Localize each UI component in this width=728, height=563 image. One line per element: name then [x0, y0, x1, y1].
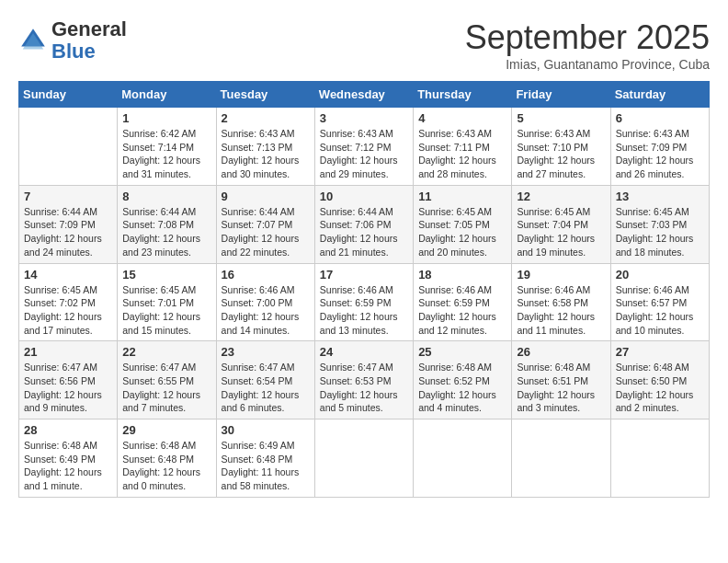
day-number: 7: [24, 190, 112, 203]
day-of-week-header: Thursday: [414, 82, 512, 108]
day-number: 5: [517, 111, 605, 125]
calendar-cell: 1Sunrise: 6:42 AM Sunset: 7:14 PM Daylig…: [118, 108, 216, 186]
calendar-cell: 10Sunrise: 6:44 AM Sunset: 7:06 PM Dayli…: [314, 185, 413, 263]
day-info: Sunrise: 6:47 AM Sunset: 6:56 PM Dayligh…: [24, 361, 112, 415]
day-info: Sunrise: 6:47 AM Sunset: 6:55 PM Dayligh…: [122, 361, 210, 415]
day-info: Sunrise: 6:46 AM Sunset: 6:58 PM Dayligh…: [517, 283, 605, 338]
calendar-cell: 26Sunrise: 6:48 AM Sunset: 6:51 PM Dayli…: [512, 341, 610, 419]
day-info: Sunrise: 6:45 AM Sunset: 7:04 PM Dayligh…: [517, 205, 605, 259]
day-info: Sunrise: 6:46 AM Sunset: 7:00 PM Dayligh…: [222, 283, 310, 338]
day-of-week-header: Wednesday: [314, 82, 413, 108]
calendar-cell: 24Sunrise: 6:47 AM Sunset: 6:53 PM Dayli…: [314, 341, 413, 419]
day-number: 3: [320, 111, 408, 125]
month-title: September 2025: [465, 18, 710, 57]
day-number: 14: [24, 268, 112, 282]
day-number: 25: [418, 345, 506, 359]
day-info: Sunrise: 6:46 AM Sunset: 6:57 PM Dayligh…: [616, 283, 704, 338]
calendar-cell: 30Sunrise: 6:49 AM Sunset: 6:48 PM Dayli…: [216, 419, 314, 498]
day-of-week-header: Monday: [118, 82, 216, 108]
calendar-week-row: 14Sunrise: 6:45 AM Sunset: 7:02 PM Dayli…: [19, 263, 710, 341]
day-number: 29: [122, 423, 210, 437]
day-of-week-header: Tuesday: [216, 82, 314, 108]
calendar-cell: 13Sunrise: 6:45 AM Sunset: 7:03 PM Dayli…: [610, 185, 709, 263]
day-number: 28: [24, 423, 112, 437]
title-block: September 2025 Imias, Guantanamo Provinc…: [465, 18, 710, 72]
calendar-cell: 4Sunrise: 6:43 AM Sunset: 7:11 PM Daylig…: [414, 108, 512, 186]
calendar-cell: [314, 419, 413, 498]
day-number: 17: [320, 268, 408, 282]
day-number: 26: [517, 345, 605, 359]
day-number: 4: [418, 111, 506, 125]
calendar-table: SundayMondayTuesdayWednesdayThursdayFrid…: [18, 81, 710, 498]
day-number: 18: [418, 268, 506, 282]
day-of-week-header: Sunday: [19, 82, 118, 108]
calendar-cell: 25Sunrise: 6:48 AM Sunset: 6:52 PM Dayli…: [414, 341, 512, 419]
logo: General Blue: [18, 18, 127, 63]
day-info: Sunrise: 6:44 AM Sunset: 7:06 PM Dayligh…: [320, 205, 408, 259]
calendar-cell: 12Sunrise: 6:45 AM Sunset: 7:04 PM Dayli…: [512, 185, 610, 263]
calendar-cell: 2Sunrise: 6:43 AM Sunset: 7:13 PM Daylig…: [216, 108, 314, 186]
day-info: Sunrise: 6:43 AM Sunset: 7:09 PM Dayligh…: [616, 127, 704, 181]
calendar-cell: 7Sunrise: 6:44 AM Sunset: 7:09 PM Daylig…: [19, 185, 118, 263]
calendar-cell: 5Sunrise: 6:43 AM Sunset: 7:10 PM Daylig…: [512, 108, 610, 186]
page-header: General Blue September 2025 Imias, Guant…: [18, 18, 710, 72]
day-number: 8: [122, 190, 210, 203]
day-of-week-header: Friday: [512, 82, 610, 108]
day-info: Sunrise: 6:44 AM Sunset: 7:07 PM Dayligh…: [222, 205, 310, 259]
calendar-header-row: SundayMondayTuesdayWednesdayThursdayFrid…: [19, 82, 710, 108]
logo-blue: Blue: [51, 40, 96, 63]
calendar-cell: 16Sunrise: 6:46 AM Sunset: 7:00 PM Dayli…: [216, 263, 314, 341]
day-info: Sunrise: 6:45 AM Sunset: 7:03 PM Dayligh…: [616, 205, 704, 259]
day-number: 30: [222, 423, 310, 437]
day-number: 11: [418, 190, 506, 203]
day-info: Sunrise: 6:48 AM Sunset: 6:51 PM Dayligh…: [517, 361, 605, 415]
calendar-cell: 27Sunrise: 6:48 AM Sunset: 6:50 PM Dayli…: [610, 341, 709, 419]
day-number: 22: [122, 345, 210, 359]
day-info: Sunrise: 6:45 AM Sunset: 7:02 PM Dayligh…: [24, 283, 112, 338]
day-info: Sunrise: 6:43 AM Sunset: 7:11 PM Dayligh…: [418, 127, 506, 181]
calendar-week-row: 1Sunrise: 6:42 AM Sunset: 7:14 PM Daylig…: [19, 108, 710, 186]
day-info: Sunrise: 6:48 AM Sunset: 6:49 PM Dayligh…: [24, 439, 112, 493]
calendar-cell: 29Sunrise: 6:48 AM Sunset: 6:48 PM Dayli…: [118, 419, 216, 498]
day-info: Sunrise: 6:48 AM Sunset: 6:48 PM Dayligh…: [122, 439, 210, 493]
calendar-cell: 8Sunrise: 6:44 AM Sunset: 7:08 PM Daylig…: [118, 185, 216, 263]
day-info: Sunrise: 6:44 AM Sunset: 7:08 PM Dayligh…: [122, 205, 210, 259]
day-number: 1: [122, 111, 210, 125]
day-info: Sunrise: 6:49 AM Sunset: 6:48 PM Dayligh…: [222, 439, 310, 493]
day-info: Sunrise: 6:44 AM Sunset: 7:09 PM Dayligh…: [24, 205, 112, 259]
calendar-cell: 18Sunrise: 6:46 AM Sunset: 6:59 PM Dayli…: [414, 263, 512, 341]
day-info: Sunrise: 6:47 AM Sunset: 6:54 PM Dayligh…: [222, 361, 310, 415]
calendar-cell: [19, 108, 118, 186]
day-info: Sunrise: 6:48 AM Sunset: 6:50 PM Dayligh…: [616, 361, 704, 415]
day-info: Sunrise: 6:45 AM Sunset: 7:01 PM Dayligh…: [122, 283, 210, 338]
day-number: 19: [517, 268, 605, 282]
day-number: 6: [616, 111, 704, 125]
day-info: Sunrise: 6:45 AM Sunset: 7:05 PM Dayligh…: [418, 205, 506, 259]
day-number: 15: [122, 268, 210, 282]
calendar-cell: 20Sunrise: 6:46 AM Sunset: 6:57 PM Dayli…: [610, 263, 709, 341]
calendar-cell: 9Sunrise: 6:44 AM Sunset: 7:07 PM Daylig…: [216, 185, 314, 263]
day-number: 9: [222, 190, 310, 203]
calendar-week-row: 7Sunrise: 6:44 AM Sunset: 7:09 PM Daylig…: [19, 185, 710, 263]
day-number: 16: [222, 268, 310, 282]
calendar-cell: 22Sunrise: 6:47 AM Sunset: 6:55 PM Dayli…: [118, 341, 216, 419]
day-number: 27: [616, 345, 704, 359]
day-info: Sunrise: 6:46 AM Sunset: 6:59 PM Dayligh…: [320, 283, 408, 338]
calendar-cell: [414, 419, 512, 498]
day-info: Sunrise: 6:43 AM Sunset: 7:13 PM Dayligh…: [222, 127, 310, 181]
day-of-week-header: Saturday: [610, 82, 709, 108]
calendar-cell: 11Sunrise: 6:45 AM Sunset: 7:05 PM Dayli…: [414, 185, 512, 263]
day-info: Sunrise: 6:47 AM Sunset: 6:53 PM Dayligh…: [320, 361, 408, 415]
day-number: 20: [616, 268, 704, 282]
calendar-cell: 28Sunrise: 6:48 AM Sunset: 6:49 PM Dayli…: [19, 419, 118, 498]
calendar-cell: 19Sunrise: 6:46 AM Sunset: 6:58 PM Dayli…: [512, 263, 610, 341]
calendar-cell: 3Sunrise: 6:43 AM Sunset: 7:12 PM Daylig…: [314, 108, 413, 186]
day-info: Sunrise: 6:46 AM Sunset: 6:59 PM Dayligh…: [418, 283, 506, 338]
calendar-cell: [610, 419, 709, 498]
calendar-cell: 17Sunrise: 6:46 AM Sunset: 6:59 PM Dayli…: [314, 263, 413, 341]
day-number: 2: [222, 111, 310, 125]
calendar-cell: 14Sunrise: 6:45 AM Sunset: 7:02 PM Dayli…: [19, 263, 118, 341]
logo-icon: [18, 26, 48, 55]
calendar-week-row: 21Sunrise: 6:47 AM Sunset: 6:56 PM Dayli…: [19, 341, 710, 419]
day-number: 10: [320, 190, 408, 203]
